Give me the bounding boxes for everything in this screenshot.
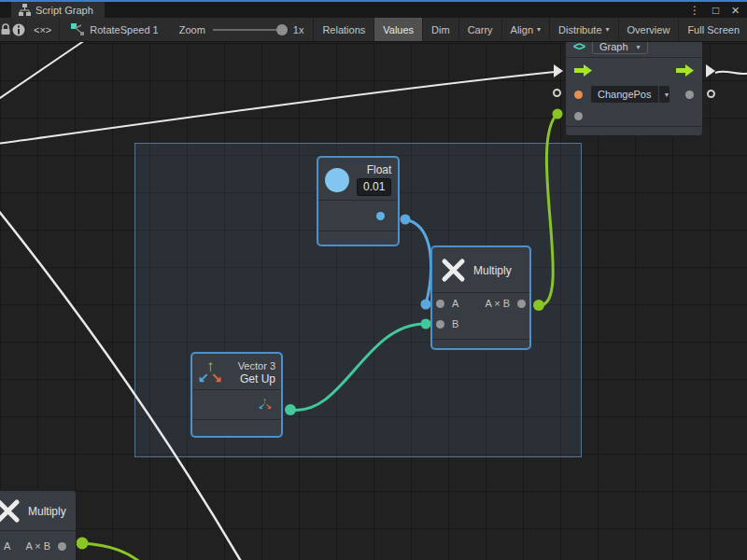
relations-button[interactable]: Relations: [313, 18, 374, 41]
values-button[interactable]: Values: [374, 18, 422, 41]
port-gray-icon[interactable]: [574, 112, 583, 120]
changepos-dropdown[interactable]: ChangePos ▼: [590, 85, 670, 104]
node-vector3-getup[interactable]: ↑ ↙ ↘ Vector 3 Get Up ↑ ↙ ↘: [191, 353, 282, 437]
chevron-down-icon: ▼: [658, 86, 671, 103]
external-flow-in-triangle[interactable]: [554, 64, 563, 77]
port-b-label: B: [452, 318, 458, 329]
carry-button[interactable]: Carry: [458, 18, 501, 41]
node-multiply[interactable]: Multiply A A × B B: [431, 246, 530, 349]
node-footer: [192, 420, 281, 430]
window-focus-border: [0, 0, 747, 2]
port-a-label: A: [4, 540, 10, 552]
node-type-label: Vector 3: [238, 360, 275, 371]
code-icon: <>: [573, 40, 585, 53]
port-gray-icon[interactable]: [685, 91, 694, 99]
zoom-slider-handle[interactable]: [276, 24, 288, 35]
node-title: Multiply: [28, 505, 66, 518]
script-graph-window: <> Graph ▾ ChangePos ▼: [0, 0, 747, 560]
float-type-icon: [325, 168, 349, 192]
flow-input-arrow-icon[interactable]: [574, 64, 592, 77]
node-graph[interactable]: <> Graph ▾ ChangePos ▼: [565, 35, 703, 136]
toolbar: <×> RotateSpeed 1 Zoom 1x Relations Valu…: [0, 18, 747, 42]
port-blue-icon[interactable]: [376, 212, 385, 220]
zoom-slider[interactable]: [213, 29, 286, 31]
dim-button[interactable]: Dim: [422, 18, 458, 41]
tab-title: Script Graph: [35, 5, 93, 16]
maximize-icon[interactable]: □: [712, 5, 719, 16]
port-a-icon[interactable]: [436, 300, 444, 308]
flow-output-arrow-icon[interactable]: [676, 64, 694, 77]
node-multiply-2[interactable]: Multiply A A × B: [0, 490, 77, 560]
node-footer: [566, 127, 702, 137]
graph-hierarchy-icon: [19, 4, 31, 16]
external-flow-out-triangle[interactable]: [706, 64, 715, 77]
node-title: Float: [367, 163, 392, 176]
info-icon: [12, 23, 25, 36]
node-footer: [318, 231, 398, 244]
breadcrumb-label: RotateSpeed 1: [90, 24, 158, 35]
vector3-port-icon[interactable]: ↑ ↙ ↘: [259, 398, 273, 412]
lock-button[interactable]: [0, 18, 12, 41]
port-a-label: A: [452, 298, 458, 309]
port-orange-icon[interactable]: [574, 91, 583, 99]
script-graph-asset-icon: [71, 23, 84, 35]
node-title: Multiply: [473, 264, 512, 277]
port-out-icon[interactable]: [58, 542, 66, 551]
breadcrumb[interactable]: RotateSpeed 1: [60, 18, 169, 41]
overview-button[interactable]: Overview: [618, 18, 679, 41]
distribute-button[interactable]: Distribute▾: [549, 18, 617, 41]
float-value-input[interactable]: 0.01: [357, 178, 391, 196]
code-view-button[interactable]: <×>: [26, 18, 60, 41]
tab-script-graph[interactable]: Script Graph: [11, 2, 105, 18]
multiply-icon: [441, 258, 466, 283]
chevron-down-icon: ▾: [606, 25, 610, 34]
window-controls: ⋮ □ ×: [689, 2, 740, 18]
info-button[interactable]: [12, 18, 26, 41]
port-out-label: A × B: [25, 540, 50, 552]
chevron-down-icon: ▾: [537, 25, 541, 34]
close-icon[interactable]: ×: [731, 3, 740, 17]
node-title: Get Up: [240, 372, 275, 385]
full-screen-button[interactable]: Full Screen: [678, 18, 747, 41]
tab-bar: Script Graph: [0, 2, 747, 18]
chevron-down-icon: ▾: [637, 43, 641, 51]
external-port-circle[interactable]: [707, 90, 715, 98]
vector3-icon: ↑ ↙ ↘: [199, 359, 225, 385]
changepos-dropdown-label: ChangePos: [591, 86, 658, 103]
graph-dropdown-label: Graph: [599, 41, 628, 52]
port-b-icon[interactable]: [436, 320, 444, 329]
external-port-circle[interactable]: [553, 89, 561, 97]
port-out-label: A × B: [485, 298, 510, 309]
zoom-value: 1x: [293, 24, 304, 35]
align-button[interactable]: Align▾: [501, 18, 549, 41]
code-brackets-icon: <×>: [34, 24, 51, 35]
menu-icon[interactable]: ⋮: [689, 5, 700, 16]
lock-icon: [0, 23, 11, 35]
zoom-label: Zoom: [179, 24, 205, 35]
port-out-icon[interactable]: [517, 300, 526, 308]
multiply-icon: [0, 498, 21, 524]
node-footer: [432, 340, 529, 348]
node-float[interactable]: Float 0.01: [317, 157, 399, 245]
